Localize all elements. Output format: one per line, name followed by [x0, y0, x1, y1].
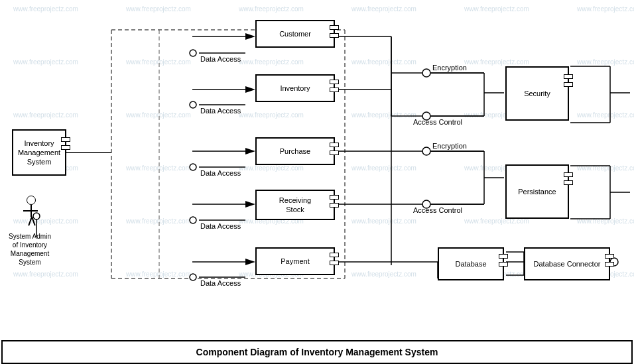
- access-control-label-2: Access Control: [413, 206, 462, 214]
- watermark: www.freeprojectz.com: [577, 58, 634, 66]
- customer-component: Customer: [255, 20, 335, 48]
- security-label: Security: [524, 90, 550, 97]
- database-component: Database: [438, 247, 504, 280]
- svg-point-59: [422, 147, 430, 155]
- svg-marker-19: [245, 201, 255, 208]
- database-connector-label: Database Connector: [534, 260, 601, 268]
- svg-point-53: [190, 101, 196, 108]
- watermark: www.freeprojectz.com: [13, 5, 78, 13]
- caption-text: Component Diagram of Inventory Managemen…: [196, 347, 438, 357]
- watermark: www.freeprojectz.com: [13, 111, 78, 119]
- actor-arms: [23, 210, 38, 212]
- receiving-stock-label: Receiving Stock: [279, 196, 311, 215]
- data-access-label-4: Data Access: [200, 222, 241, 230]
- purchase-label: Purchase: [280, 147, 310, 155]
- actor-head: [27, 196, 36, 205]
- inventory-label: Inventory: [280, 84, 310, 92]
- data-access-label-3: Data Access: [200, 169, 241, 177]
- watermark: www.freeprojectz.com: [351, 164, 416, 172]
- watermark: www.freeprojectz.com: [577, 164, 634, 172]
- watermark: www.freeprojectz.com: [577, 111, 634, 119]
- svg-marker-15: [245, 148, 255, 154]
- actor-leg-right: [28, 217, 32, 226]
- data-access-label-1: Data Access: [200, 55, 241, 63]
- database-label: Database: [455, 260, 486, 268]
- watermark: www.freeprojectz.com: [351, 5, 416, 13]
- ims-system-label: Inventory Management System: [18, 139, 60, 167]
- svg-marker-11: [245, 86, 255, 93]
- database-connector-component: Database Connector: [524, 247, 610, 280]
- watermark: www.freeprojectz.com: [464, 58, 529, 66]
- customer-label: Customer: [279, 30, 311, 38]
- data-access-label-2: Data Access: [200, 107, 241, 115]
- svg-point-54: [190, 164, 196, 170]
- security-component: Security: [505, 66, 569, 121]
- inventory-component: Inventory: [255, 74, 335, 102]
- svg-point-57: [422, 69, 430, 77]
- caption-bar: Component Diagram of Inventory Managemen…: [1, 340, 633, 364]
- watermark: www.freeprojectz.com: [577, 5, 634, 13]
- watermark: www.freeprojectz.com: [577, 217, 634, 225]
- watermark: www.freeprojectz.com: [464, 5, 529, 13]
- svg-point-55: [190, 217, 196, 223]
- actor-leg-left: [31, 217, 35, 226]
- encryption-label-2: Encryption: [432, 142, 467, 150]
- svg-marker-6: [245, 33, 255, 40]
- persistance-label: Persistance: [518, 188, 556, 196]
- purchase-component: Purchase: [255, 137, 335, 165]
- watermark: www.freeprojectz.com: [239, 5, 304, 13]
- payment-component: Payment: [255, 247, 335, 275]
- watermark: www.freeprojectz.com: [126, 217, 191, 225]
- data-access-label-5: Data Access: [200, 279, 241, 287]
- svg-point-56: [190, 274, 196, 280]
- watermark: www.freeprojectz.com: [351, 58, 416, 66]
- watermark: www.freeprojectz.com: [13, 271, 78, 278]
- watermark: www.freeprojectz.com: [126, 5, 191, 13]
- receiving-stock-component: Receiving Stock: [255, 190, 335, 220]
- payment-label: Payment: [281, 257, 309, 265]
- watermark: www.freeprojectz.com: [13, 217, 78, 225]
- watermark: www.freeprojectz.com: [351, 111, 416, 119]
- watermark: www.freeprojectz.com: [351, 271, 416, 278]
- watermark: www.freeprojectz.com: [351, 217, 416, 225]
- persistance-component: Persistance: [505, 164, 569, 219]
- diagram-container: www.freeprojectz.com www.freeprojectz.co…: [0, 0, 634, 364]
- watermark: www.freeprojectz.com: [126, 164, 191, 172]
- svg-point-52: [190, 50, 196, 56]
- system-admin-actor: [27, 196, 36, 217]
- watermark: www.freeprojectz.com: [126, 111, 191, 119]
- watermark: www.freeprojectz.com: [239, 111, 304, 119]
- ims-system-component: Inventory Management System: [12, 129, 66, 176]
- watermark: www.freeprojectz.com: [239, 164, 304, 172]
- watermark: www.freeprojectz.com: [126, 271, 191, 278]
- watermark: www.freeprojectz.com: [13, 58, 78, 66]
- watermark: www.freeprojectz.com: [239, 58, 304, 66]
- system-admin-label: System Admin of Inventory Management Sys…: [3, 232, 56, 267]
- svg-marker-23: [245, 259, 255, 265]
- access-control-label-1: Access Control: [413, 118, 462, 126]
- encryption-label-1: Encryption: [432, 64, 467, 72]
- watermark: www.freeprojectz.com: [126, 58, 191, 66]
